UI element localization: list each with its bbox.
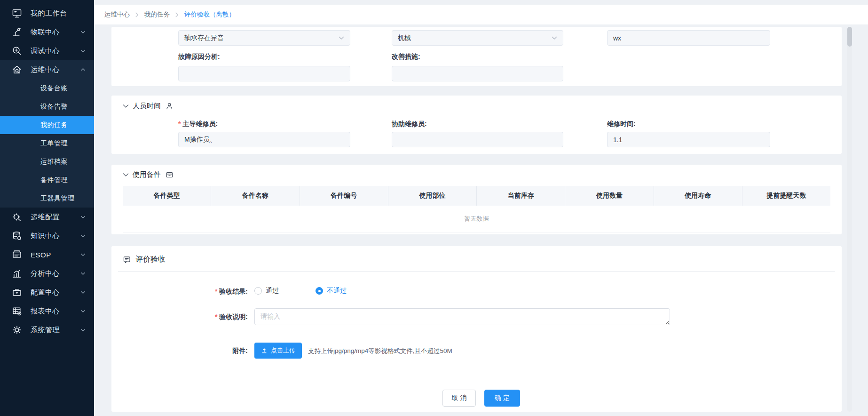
- chevron-down-icon: [339, 36, 344, 40]
- sidebar-subitem-my-tasks[interactable]: 我的任务: [0, 116, 94, 134]
- fault-code-input[interactable]: [607, 30, 770, 46]
- sidebar-subitem-label: 备件管理: [40, 176, 68, 184]
- sidebar-item-ops-center[interactable]: 运维中心: [0, 60, 94, 79]
- breadcrumb-separator-icon: [175, 12, 179, 17]
- spare-parts-table: 备件类型 备件名称 备件编号 使用部位 当前库存 使用数量 使用寿命 提前提醒天…: [123, 186, 830, 232]
- breadcrumb: 运维中心 我的任务 评价验收（离散）: [104, 10, 235, 19]
- sidebar-item-label: 我的工作台: [31, 9, 67, 18]
- column-header: 备件编号: [300, 186, 388, 206]
- acceptance-card: 评价验收 *验收结果: 通过 不通过 *验收说明: 附件: 点击上传 支持上传j…: [111, 246, 842, 412]
- column-header: 备件名称: [211, 186, 300, 206]
- sidebar-item-label: 分析中心: [31, 269, 60, 278]
- sidebar-item-debug[interactable]: 调试中心: [0, 41, 94, 60]
- fault-category-select[interactable]: 机械: [392, 30, 563, 46]
- sidebar-item-analysis[interactable]: 分析中心: [0, 264, 94, 283]
- repair-time-input[interactable]: [607, 132, 770, 147]
- chevron-down-icon: [80, 30, 86, 34]
- sidebar-item-label: 配置中心: [31, 288, 60, 297]
- person-icon: [166, 102, 174, 110]
- chevron-down-icon: [80, 290, 86, 294]
- sidebar-item-reports[interactable]: 报表中心: [0, 302, 94, 320]
- sidebar-subitem-ops-archive[interactable]: 运维档案: [0, 152, 94, 171]
- sidebar-item-esop[interactable]: ESOP: [0, 245, 94, 264]
- radio-fail-label[interactable]: 不通过: [327, 287, 347, 295]
- cancel-button[interactable]: 取 消: [442, 390, 476, 407]
- sidebar-item-label: 运维配置: [31, 213, 60, 222]
- acceptance-section-title: 评价验收: [135, 255, 166, 264]
- chevron-down-icon: [80, 49, 86, 53]
- sidebar-subitem-equipment-ledger[interactable]: 设备台账: [0, 79, 94, 97]
- column-header: 提前提醒天数: [742, 186, 830, 206]
- sidebar-item-knowledge[interactable]: 知识中心: [0, 226, 94, 245]
- sidebar-subitem-label: 工单管理: [40, 139, 68, 148]
- sidebar-subitem-label: 工器具管理: [40, 194, 75, 203]
- upload-icon: [261, 347, 268, 354]
- vertical-scrollbar-track[interactable]: [847, 27, 852, 412]
- chevron-down-icon: [80, 215, 86, 219]
- upload-button[interactable]: 点击上传: [254, 343, 302, 359]
- bar-chart-icon: [12, 268, 22, 279]
- acceptance-note-label: *验收说明:: [111, 313, 248, 321]
- acceptance-result-radio-group: 通过 不通过: [254, 287, 347, 295]
- cause-analysis-input[interactable]: [178, 66, 350, 81]
- fault-phenomenon-select-value: 轴承存在异音: [184, 34, 224, 42]
- cause-analysis-label: 故障原因分析:: [178, 53, 220, 61]
- spare-parts-card: 使用备件 备件类型 备件名称 备件编号 使用部位 当前库存 使用数量 使用寿命 …: [111, 165, 842, 234]
- vertical-scrollbar-thumb[interactable]: [847, 27, 852, 47]
- radio-fail[interactable]: [316, 287, 323, 295]
- sidebar-subitem-work-orders[interactable]: 工单管理: [0, 134, 94, 152]
- fault-phenomenon-select[interactable]: 轴承存在异音: [178, 30, 350, 46]
- required-asterisk: *: [178, 120, 181, 128]
- comment-form-icon: [123, 256, 131, 264]
- sidebar-item-workbench[interactable]: 我的工作台: [0, 4, 94, 23]
- improvement-input[interactable]: [392, 66, 563, 81]
- sidebar-item-label: 物联中心: [31, 28, 60, 37]
- improvement-label: 改善措施:: [392, 53, 420, 61]
- chevron-down-icon: [80, 272, 86, 275]
- sidebar-item-ops-config[interactable]: 运维配置: [0, 208, 94, 226]
- sidebar-subitem-label: 设备告警: [40, 103, 68, 111]
- collapse-chevron-icon[interactable]: [123, 173, 129, 177]
- sidebar-nav: 我的工作台 物联中心 调试中心 运维中心: [0, 0, 94, 339]
- attachment-label: 附件:: [111, 347, 248, 355]
- fault-category-select-value: 机械: [398, 34, 411, 42]
- database-icon: [12, 231, 22, 241]
- gear-wrench-icon: [12, 212, 22, 222]
- confirm-button[interactable]: 确 定: [484, 390, 520, 407]
- sidebar-subitem-label: 运维档案: [40, 158, 68, 166]
- esop-icon: [12, 249, 22, 260]
- fault-info-card: 轴承存在异音 机械 故障原因分析: 改善措施:: [111, 27, 842, 86]
- personnel-section-title: 人员时间: [133, 102, 161, 111]
- sidebar-item-iot[interactable]: 物联中心: [0, 23, 94, 41]
- radio-pass[interactable]: [254, 287, 262, 295]
- sidebar-item-system[interactable]: 系统管理: [0, 320, 94, 339]
- chevron-down-icon: [80, 234, 86, 238]
- magnifier-icon: [12, 46, 22, 56]
- acceptance-result-label: *验收结果:: [111, 288, 248, 296]
- required-asterisk: *: [215, 313, 217, 320]
- breadcrumb-item-my-tasks[interactable]: 我的任务: [144, 10, 170, 19]
- divider: [118, 271, 835, 272]
- upload-button-label: 点击上传: [271, 346, 295, 355]
- chevron-up-icon: [80, 68, 86, 72]
- acceptance-note-textarea[interactable]: [254, 308, 670, 325]
- sidebar-item-label: 调试中心: [31, 47, 60, 56]
- personnel-time-card: 人员时间 *主导维修员: 协助维修员: 维修时间:: [111, 96, 842, 154]
- storage-box-icon: [166, 171, 174, 179]
- sidebar-subitem-spare-parts[interactable]: 备件管理: [0, 171, 94, 189]
- collapse-chevron-icon[interactable]: [123, 104, 129, 108]
- workbench-icon: [12, 8, 22, 18]
- topbar: 运维中心 我的任务 评价验收（离散）: [94, 5, 868, 24]
- sidebar-subitem-equipment-alarm[interactable]: 设备告警: [0, 97, 94, 116]
- assist-maintainer-input[interactable]: [392, 132, 563, 147]
- chevron-down-icon: [80, 328, 86, 332]
- table-empty-placeholder: 暂无数据: [123, 206, 830, 232]
- column-header: 当前库存: [477, 186, 565, 206]
- column-header: 使用数量: [565, 186, 654, 206]
- radio-pass-label[interactable]: 通过: [266, 287, 279, 295]
- breadcrumb-item-ops-center[interactable]: 运维中心: [104, 10, 130, 19]
- sidebar-item-config-center[interactable]: 配置中心: [0, 283, 94, 302]
- lead-maintainer-input[interactable]: [178, 132, 350, 147]
- sidebar-subitem-tools[interactable]: 工器具管理: [0, 189, 94, 208]
- repair-time-label: 维修时间:: [607, 120, 636, 128]
